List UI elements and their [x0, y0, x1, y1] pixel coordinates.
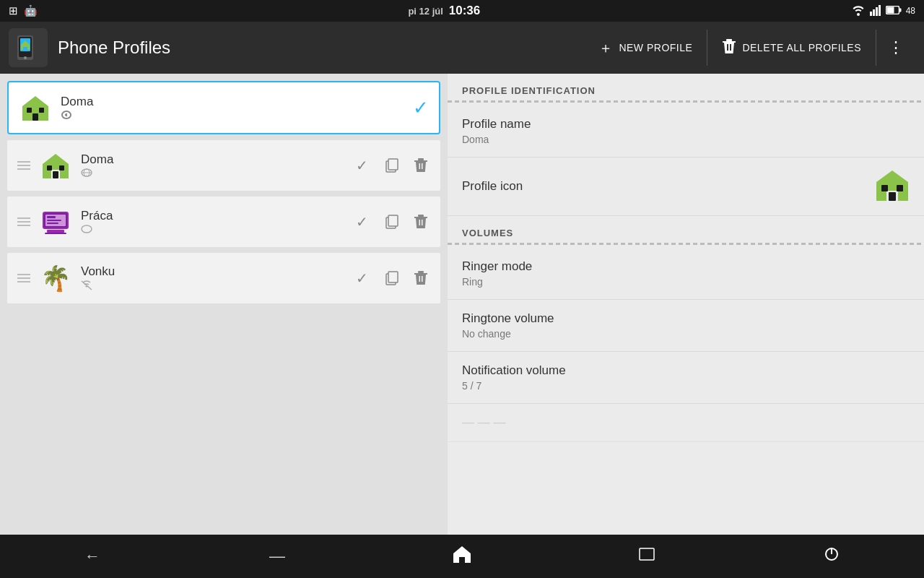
profile-info-4: Vonku [81, 264, 353, 293]
ringtone-volume-row[interactable]: Ringtone volume No change [448, 300, 924, 352]
delete-button-2[interactable] [411, 155, 430, 176]
svg-rect-41 [45, 233, 66, 234]
list-item[interactable]: Doma ✓ [7, 140, 440, 191]
profile-name-3: Práca [81, 209, 353, 223]
copy-button-3[interactable] [381, 211, 401, 233]
svg-rect-3 [879, 5, 881, 16]
svg-rect-54 [422, 276, 423, 282]
ringer-mode-label: Ringer mode [462, 259, 532, 274]
profile-icon-home-active [19, 91, 52, 124]
svg-marker-59 [453, 546, 471, 563]
svg-rect-2 [876, 7, 878, 16]
status-bar-center: pi 12 júl 10:36 [408, 4, 480, 18]
svg-rect-0 [870, 12, 872, 16]
list-item[interactable]: Práca ✓ [7, 197, 440, 247]
profile-name-row[interactable]: Profile name Doma [448, 105, 924, 158]
top-bar-actions: ＋ NEW PROFILE DELETE ALL PROFILES ⋮ [584, 22, 915, 74]
drag-handle-icon [17, 161, 30, 170]
back-button[interactable]: ← [71, 535, 114, 578]
svg-rect-31 [418, 158, 424, 160]
profile-name-value: Doma [462, 134, 531, 145]
notification-volume-row[interactable]: Notification volume 5 / 7 [448, 352, 924, 404]
drag-handle-icon [17, 274, 30, 282]
check-button-4[interactable]: ✓ [353, 267, 371, 290]
delete-button-3[interactable] [411, 212, 430, 232]
wifi-icon [851, 4, 866, 18]
status-time: 10:36 [449, 4, 480, 17]
partial-label: — — — [462, 415, 505, 430]
more-dots-icon: ⋮ [888, 38, 904, 57]
svg-rect-33 [422, 163, 423, 169]
notification-volume-value: 5 / 7 [462, 380, 566, 392]
recents-icon [639, 546, 655, 566]
power-icon [824, 546, 840, 566]
section-divider-2 [448, 243, 924, 245]
status-bar: ⊞ 🤖 pi 12 júl 10:36 48 [0, 0, 924, 22]
home-button[interactable] [440, 535, 484, 578]
home-icon: ⊞ [9, 4, 18, 17]
ringer-mode-row[interactable]: Ringer mode Ring [448, 248, 924, 300]
profile-sub-3 [81, 225, 353, 236]
svg-rect-46 [418, 215, 424, 217]
power-button[interactable] [810, 535, 853, 578]
battery-icon [886, 6, 902, 17]
profile-icon-home-2 [39, 149, 72, 182]
app-title: Phone Profiles [58, 38, 584, 58]
minimize-button[interactable]: — [256, 535, 299, 578]
more-options-button[interactable]: ⋮ [876, 22, 915, 74]
profile-detail-panel: PROFILE IDENTIFICATION Profile name Doma… [448, 74, 924, 535]
svg-rect-52 [418, 271, 424, 273]
svg-rect-18 [27, 108, 32, 113]
profile-sub-4 [81, 280, 353, 293]
profile-name-2: Doma [81, 152, 353, 167]
delete-button-4[interactable] [411, 268, 430, 288]
list-item[interactable]: 🌴 Vonku ✓ [7, 253, 440, 303]
profile-item-active[interactable]: Doma ✓ [7, 81, 440, 134]
check-button-2[interactable]: ✓ [353, 154, 371, 177]
svg-rect-23 [59, 165, 64, 171]
svg-rect-37 [47, 216, 56, 218]
notification-volume-left: Notification volume 5 / 7 [462, 363, 566, 392]
copy-button-2[interactable] [381, 155, 401, 176]
copy-button-4[interactable] [381, 267, 401, 289]
profile-info-2: Doma [81, 152, 353, 179]
svg-rect-20 [32, 113, 38, 121]
new-profile-button[interactable]: ＋ NEW PROFILE [584, 22, 707, 74]
svg-rect-40 [47, 230, 64, 233]
profile-name-label: Profile name [462, 117, 531, 131]
profile-sub-2 [81, 168, 353, 179]
svg-rect-14 [727, 44, 728, 51]
profile-icon-row[interactable]: Profile icon [448, 158, 924, 216]
svg-rect-29 [388, 159, 398, 170]
profile-actions-4: ✓ [353, 267, 430, 290]
svg-rect-6 [886, 7, 894, 13]
active-profile-info: Doma [61, 95, 407, 121]
status-bar-right: 48 [851, 4, 915, 18]
svg-rect-53 [419, 276, 421, 282]
ringtone-volume-label: Ringtone volume [462, 311, 554, 326]
status-date: pi 12 júl [408, 6, 443, 17]
section-identification-header: PROFILE IDENTIFICATION [448, 74, 924, 100]
active-checkmark-icon: ✓ [413, 97, 429, 119]
palm-tree-icon: 🌴 [40, 266, 71, 290]
bottom-navigation: ← — [0, 535, 924, 578]
svg-point-42 [82, 225, 92, 233]
ringtone-volume-value: No change [462, 328, 554, 340]
svg-rect-30 [414, 160, 427, 162]
ringer-mode-left: Ringer mode Ring [462, 259, 532, 288]
profile-actions-2: ✓ [353, 154, 430, 177]
ringer-mode-value: Ring [462, 276, 532, 288]
home-nav-icon [453, 545, 471, 567]
check-button-3[interactable]: ✓ [353, 210, 371, 233]
svg-rect-57 [897, 185, 903, 191]
recents-button[interactable] [625, 535, 668, 578]
delete-all-button[interactable]: DELETE ALL PROFILES [707, 22, 876, 74]
svg-rect-24 [53, 171, 58, 178]
profile-name-left: Profile name Doma [462, 117, 531, 145]
svg-rect-12 [723, 41, 736, 43]
active-profile-sub [61, 111, 407, 121]
svg-rect-1 [873, 9, 875, 16]
svg-point-10 [24, 56, 27, 59]
section-divider-1 [448, 100, 924, 103]
svg-rect-45 [414, 217, 427, 218]
